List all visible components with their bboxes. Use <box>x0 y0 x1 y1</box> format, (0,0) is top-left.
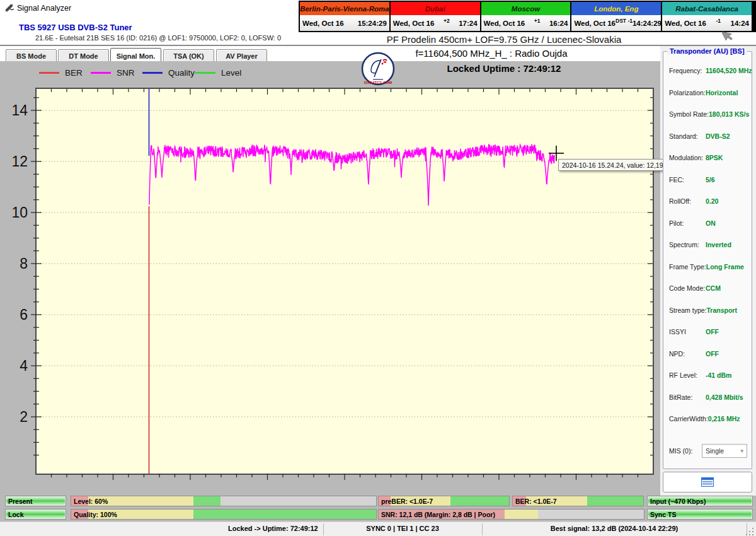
transponder-label: Spectrum: <box>669 241 699 250</box>
transponder-label: Standard: <box>669 132 698 141</box>
clock-time-value: 14:24 <box>731 20 749 27</box>
meter-label: Quality: 100% <box>74 510 117 519</box>
meter-sync-ts: Sync TS <box>647 509 753 520</box>
transponder-label: Stream type: <box>669 306 707 315</box>
mis-row: MIS (0): Single ▾ <box>669 444 747 458</box>
y-axis-tick-label: 10 <box>11 204 28 221</box>
y-axis-tick-label: 6 <box>20 306 28 323</box>
transponder-value: Inverted <box>706 241 747 250</box>
transponder-value: 0.20 <box>706 197 747 206</box>
clock-rabat-casablanca: Rabat-CasablancaWed, Oct 16-114:24 <box>662 2 752 31</box>
transponder-value: Transport <box>707 306 747 315</box>
transponder-value: 0,428 Mbit/s <box>706 393 747 402</box>
clock-city-label: Moscow <box>481 2 571 15</box>
meter-lock: Lock <box>5 509 66 520</box>
transponder-label: NPD: <box>669 350 685 359</box>
transponder-row-npd-: NPD:OFF <box>669 350 747 359</box>
transponder-row-rf-level-: RF Level:-41 dBm <box>669 371 747 380</box>
tuner-detail: 21.6E - Eutelsat 21B SES 16 (ID: 0216) @… <box>35 34 281 42</box>
clock-city-label: Dubai <box>391 2 480 15</box>
meter-level-60-: Level: 60% <box>71 496 377 506</box>
transponder-row-bitrate-: BitRate:0,428 Mbit/s <box>669 393 747 402</box>
transponder-label: BitRate: <box>669 393 692 402</box>
transponder-label: Code Mode: <box>669 284 705 293</box>
meter-label: preBER: <1.0E-7 <box>381 496 433 506</box>
transponder-label: Modulation: <box>669 154 703 163</box>
meter-input-470-kbps-: Input (~470 Kbps) <box>647 496 753 506</box>
transponder-label: CarrierWidth: <box>669 415 708 424</box>
transponder-label: ISSYI <box>669 328 686 337</box>
transponder-row-frequency-: Frequency:11604,520 MHz <box>669 67 747 76</box>
transponder-label: Frequency: <box>669 67 702 76</box>
transponder-value: OFF <box>706 328 747 337</box>
meter-segment <box>587 496 643 506</box>
transponder-label: FEC: <box>669 176 684 185</box>
status-bar: Locked -> Uptime: 72:49:12 SYNC 0 | TEI … <box>0 521 756 536</box>
transponder-row-symbol-rate-: Symbol Rate:180,013 KS/s <box>669 110 747 119</box>
transponder-row-rolloff-: RollOff:0.20 <box>669 197 747 206</box>
meter-quality-100-: Quality: 100% <box>71 509 377 520</box>
clock-time-row: Wed, Oct 1615:24:29 <box>300 15 389 31</box>
transponder-row-spectrum-: Spectrum:Inverted <box>669 241 747 250</box>
transponder-row-frame-type-: Frame Type:Long Frame <box>669 263 747 272</box>
transponder-value: Horizontal <box>706 89 747 98</box>
clock-city-label: Rabat-Casablanca <box>662 2 752 15</box>
window-title: Signal Analyzer <box>17 4 71 13</box>
transponder-value: 11604,520 MHz <box>706 67 747 76</box>
clock-dubai: DubaiWed, Oct 16+217:24 <box>391 2 481 31</box>
y-axis-tick-label: 14 <box>11 102 28 119</box>
clock-date: Wed, Oct 16 <box>393 20 435 27</box>
signal-chart[interactable]: 2468101214 <box>0 61 660 495</box>
meter-preber-1-0e-7: preBER: <1.0E-7 <box>378 496 510 506</box>
meter-segment <box>538 510 644 519</box>
mis-dropdown[interactable]: Single ▾ <box>702 444 747 458</box>
transponder-value: 0,216 MHz <box>708 415 747 424</box>
transponder-value: OFF <box>706 350 747 359</box>
meter-segment <box>220 496 376 506</box>
clock-time-row: Wed, Oct 16DST -114:24:29 <box>571 15 661 31</box>
clock-utc-offset: -1 <box>706 18 731 24</box>
meter-segment <box>193 510 376 519</box>
transponder-value: 180,013 KS/s <box>709 110 749 119</box>
transponder-row-issyi: ISSYIOFF <box>669 328 747 337</box>
app-icon <box>4 3 14 13</box>
transponder-label: RF Level: <box>669 371 697 380</box>
transponder-value: 8PSK <box>706 154 747 163</box>
resize-grip[interactable] <box>746 527 755 535</box>
transponder-value: -41 dBm <box>706 371 747 380</box>
clock-date: Wed, Oct 16 <box>302 20 344 27</box>
transponder-panel-title: Transponder (AU) [BS] <box>667 47 747 55</box>
transponder-row-pilot-: Pilot:ON <box>669 219 747 228</box>
clock-strip-edge <box>753 1 756 32</box>
transponder-panel: Transponder (AU) [BS] MIS (0): Single ▾ … <box>663 51 752 469</box>
clock-berlin-paris-vienna-roma: Berlin-Paris-Vienna-RomaWed, Oct 1615:24… <box>300 2 391 31</box>
transponder-row-fec-: FEC:5/6 <box>669 176 747 185</box>
clock-time-row: Wed, Oct 16+217:24 <box>391 15 480 31</box>
clock-utc-offset: DST -1 <box>616 18 633 24</box>
transponder-value: 5/6 <box>706 176 747 185</box>
meter-snr-12-1-db-margin-2-8-d: SNR: 12,1 dB (Margin: 2,8 dB | Poor) <box>378 509 644 520</box>
clock-date: Wed, Oct 16 <box>484 20 525 27</box>
y-axis-tick-label: 2 <box>20 409 28 425</box>
world-clock-strip: Berlin-Paris-Vienna-RomaWed, Oct 1615:24… <box>299 1 753 32</box>
clock-london-eng: London, EngWed, Oct 16DST -114:24:29 <box>571 2 662 31</box>
transponder-value: Long Frame <box>706 263 747 272</box>
status-sync-counters: SYNC 0 | TEI 1 | CC 23 <box>323 525 482 532</box>
transponder-label: Symbol Rate: <box>669 110 709 119</box>
clock-utc-offset: +1 <box>525 18 549 24</box>
transponder-row-polarization-: Polarization:Horizontal <box>669 89 747 98</box>
clock-time-value: 16:24 <box>549 20 568 27</box>
meter-label: SNR: 12,1 dB (Margin: 2,8 dB | Poor) <box>381 510 495 519</box>
status-locked-uptime: Locked -> Uptime: 72:49:12 <box>228 525 318 532</box>
meter-present: Present <box>5 496 66 506</box>
clock-city-label: London, Eng <box>571 2 661 15</box>
transponder-row-carrierwidth-: CarrierWidth:0,216 MHz <box>669 415 747 424</box>
clock-date: Wed, Oct 16 <box>665 20 706 27</box>
plot-area <box>36 88 653 474</box>
transponder-row-standard-: Standard:DVB-S2 <box>669 132 747 141</box>
transponder-row-modulation-: Modulation:8PSK <box>669 154 747 163</box>
transponder-label: Frame Type: <box>669 263 706 272</box>
meter-label: Level: 60% <box>74 496 108 506</box>
list-icon <box>701 477 714 487</box>
stream-list-button[interactable] <box>663 472 752 492</box>
